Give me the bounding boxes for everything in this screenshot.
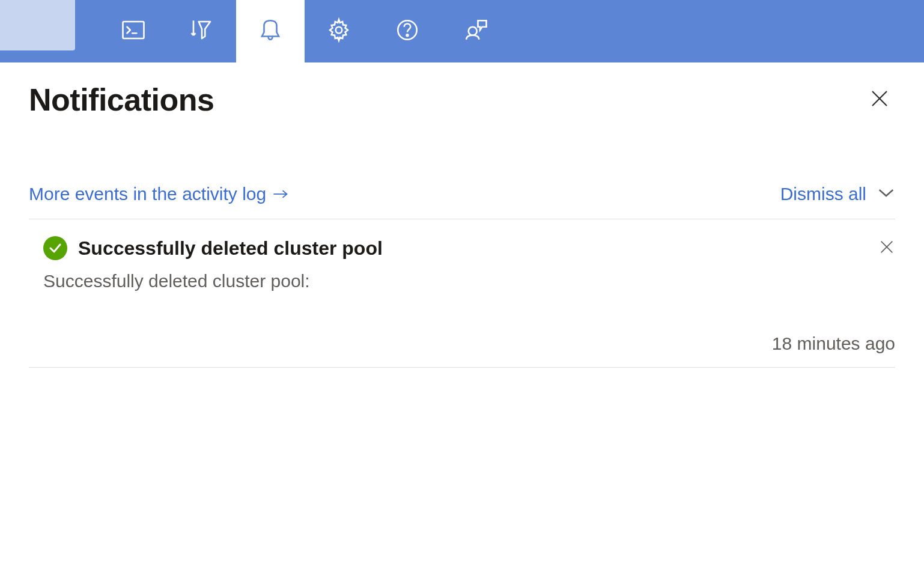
notification-timestamp: 18 minutes ago bbox=[29, 333, 895, 354]
notification-item: Successfully deleted cluster pool Succes… bbox=[29, 219, 895, 368]
actions-row: More events in the activity log Dismiss … bbox=[29, 184, 895, 219]
help-icon bbox=[395, 17, 420, 45]
notification-body: Successfully deleted cluster pool: bbox=[29, 271, 895, 291]
notifications-panel: Notifications More events in the activit… bbox=[0, 62, 924, 368]
success-icon bbox=[43, 236, 67, 260]
panel-header: Notifications bbox=[29, 62, 895, 118]
svg-point-2 bbox=[336, 27, 342, 34]
svg-point-4 bbox=[407, 34, 409, 36]
close-panel-button[interactable] bbox=[864, 83, 895, 117]
settings-button[interactable] bbox=[305, 0, 373, 62]
bell-icon bbox=[258, 17, 283, 45]
close-icon bbox=[878, 247, 895, 257]
dismiss-all-button[interactable]: Dismiss all bbox=[780, 184, 866, 204]
more-events-link[interactable]: More events in the activity log bbox=[29, 184, 289, 204]
notification-title: Successfully deleted cluster pool bbox=[78, 237, 383, 260]
topbar bbox=[0, 0, 924, 62]
cloud-shell-icon bbox=[121, 17, 146, 45]
dismiss-group: Dismiss all bbox=[780, 184, 895, 204]
expand-button[interactable] bbox=[877, 187, 895, 201]
arrow-right-icon bbox=[272, 184, 289, 204]
notification-title-wrap: Successfully deleted cluster pool bbox=[29, 236, 383, 260]
filter-icon bbox=[189, 17, 214, 45]
gear-icon bbox=[326, 17, 351, 45]
search-pill[interactable] bbox=[0, 0, 75, 50]
help-button[interactable] bbox=[373, 0, 442, 62]
close-icon bbox=[869, 101, 890, 111]
cloud-shell-button[interactable] bbox=[99, 0, 168, 62]
panel-title: Notifications bbox=[29, 82, 214, 118]
filter-button[interactable] bbox=[168, 0, 236, 62]
feedback-icon bbox=[463, 17, 488, 45]
notification-header: Successfully deleted cluster pool bbox=[29, 236, 895, 260]
more-events-label: More events in the activity log bbox=[29, 184, 266, 204]
chevron-down-icon bbox=[877, 190, 895, 201]
dismiss-notification-button[interactable] bbox=[878, 239, 895, 258]
notifications-button[interactable] bbox=[236, 0, 305, 62]
svg-point-5 bbox=[469, 27, 477, 35]
feedback-button[interactable] bbox=[442, 0, 510, 62]
svg-rect-0 bbox=[123, 22, 144, 38]
